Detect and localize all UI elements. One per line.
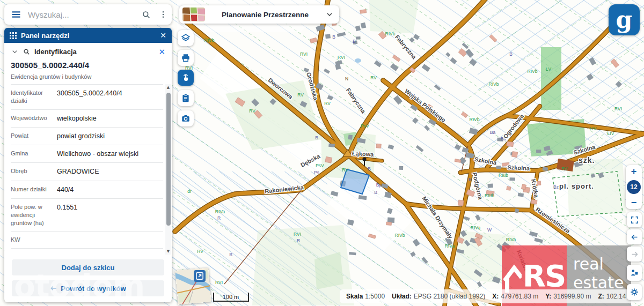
- attribute-value: [57, 236, 163, 244]
- attribute-label: Gmina: [11, 150, 57, 158]
- status-x: X:479761.83 m: [492, 293, 538, 300]
- zoom-control: + 12 −: [626, 165, 642, 209]
- layers-tool-button[interactable]: [178, 30, 194, 46]
- street-label: Łąkowa: [352, 150, 375, 158]
- search-bar: [4, 4, 172, 25]
- history-forward-button[interactable]: [627, 247, 642, 262]
- scrollbar-thumb[interactable]: [166, 93, 171, 226]
- landuse-label: Bp: [376, 182, 382, 188]
- landuse-label: RIVb: [528, 69, 538, 74]
- landuse-label: RV: [249, 108, 255, 114]
- print-tool-button[interactable]: [178, 50, 194, 66]
- panel-header: Panel narzędzi ✕: [4, 28, 172, 43]
- attribute-value: powiat grodziski: [57, 132, 163, 140]
- landuse-label: B: [332, 34, 335, 40]
- attribute-value: 440/4: [57, 185, 163, 194]
- magnifier-icon: [23, 48, 31, 56]
- back-to-results-label: Powrót do wyników: [61, 285, 126, 293]
- panorama-button[interactable]: [627, 265, 642, 281]
- attribute-value: GRADOWICE: [57, 167, 163, 176]
- minimap[interactable]: [175, 267, 211, 304]
- landuse-label: RIIIb: [485, 193, 494, 198]
- arrow-right-icon: [630, 250, 639, 259]
- landuse-label: PsV: [316, 163, 324, 168]
- scroll-down-arrow[interactable]: ▼: [165, 249, 171, 253]
- landuse-label: RV: [297, 92, 304, 98]
- scale-bar-label: 100 m: [223, 294, 239, 300]
- attribute-row: Identyfikator działki300505_5.0002.440/4: [11, 84, 163, 109]
- zoom-in-button[interactable]: +: [631, 167, 637, 176]
- landuse-label: Bz: [553, 184, 559, 190]
- landuse-label: B: [353, 39, 356, 44]
- minimap-expand-button[interactable]: [194, 270, 206, 282]
- attribute-row: Województwowielkopolskie: [11, 109, 163, 127]
- landuse-label: B: [229, 252, 232, 257]
- history-back-button[interactable]: [627, 229, 642, 244]
- camera-icon: [181, 114, 191, 123]
- panel-scrollbar[interactable]: ▲ ▼: [165, 84, 171, 255]
- settings-button[interactable]: [627, 284, 642, 300]
- landuse-label: ŁV: [546, 66, 552, 72]
- layer-dropdown-label: Planowanie Przestrzenne: [209, 11, 321, 19]
- geoportal-logo-button[interactable]: g: [609, 4, 640, 35]
- menu-button[interactable]: [10, 8, 23, 21]
- landuse-label: RIVa: [471, 225, 481, 230]
- identify-close-button[interactable]: ✕: [158, 48, 165, 56]
- zoom-out-button[interactable]: −: [631, 198, 637, 207]
- printer-icon: [181, 53, 191, 63]
- fullscreen-button[interactable]: [627, 212, 642, 227]
- landuse-label: N: [345, 76, 348, 81]
- landuse-label: RIVb: [395, 233, 405, 238]
- identify-section-header: Identyfikacja ✕: [4, 43, 172, 59]
- landuse-label: B: [469, 177, 472, 182]
- layer-dropdown[interactable]: Planowanie Przestrzenne: [179, 5, 339, 24]
- landuse-label: RVI: [614, 106, 622, 111]
- touch-pointer-icon: [181, 73, 191, 83]
- landuse-label: Ps: [314, 170, 319, 175]
- landuse-label: RVI: [338, 55, 345, 60]
- landuse-label: PsV: [361, 123, 369, 129]
- attribute-label: Pole pow. w ewidencji gruntów (ha): [11, 203, 57, 227]
- landuse-label: R: [217, 215, 221, 221]
- kebab-menu-icon: [159, 10, 167, 19]
- attribute-label: Numer działki: [11, 185, 57, 194]
- map-scale-bar: 100 m: [213, 291, 250, 303]
- report-tool-button[interactable]: [178, 90, 194, 106]
- search-icon: [141, 10, 151, 20]
- panorama-person-icon: [630, 268, 639, 278]
- screenshot-tool-button[interactable]: [178, 110, 194, 126]
- attribute-row: Powiatpowiat grodziski: [11, 127, 163, 145]
- attribute-label: Grupa rejestrowa: [11, 253, 57, 255]
- layers-icon: [181, 33, 191, 43]
- more-options-button[interactable]: [158, 9, 169, 20]
- identify-tool-button[interactable]: [178, 70, 194, 86]
- layer-thumbnail: [182, 8, 205, 21]
- search-button[interactable]: [140, 9, 152, 21]
- landuse-label: dr: [187, 189, 192, 194]
- status-scale: Skala1:5000: [346, 293, 385, 300]
- attribute-value: 300505_5.0002.440/4: [57, 89, 163, 105]
- hamburger-icon: [11, 9, 21, 20]
- landuse-label: ŁIV: [590, 126, 597, 131]
- attribute-label: Województwo: [11, 114, 57, 123]
- panel-close-button[interactable]: ✕: [160, 32, 166, 39]
- back-to-results-button[interactable]: Powrót do wyników: [12, 280, 164, 296]
- landuse-label: RIVa: [445, 243, 455, 249]
- identify-section-title: Identyfikacja: [34, 48, 155, 56]
- search-input[interactable]: [28, 10, 135, 19]
- add-to-sketch-button[interactable]: Dodaj do szkicu: [12, 259, 164, 275]
- street-label: Szkolna: [507, 164, 530, 171]
- landuse-label: RIVb: [470, 117, 480, 122]
- scroll-up-arrow[interactable]: ▲: [165, 85, 171, 89]
- attributes-scroll-area: Identyfikator działki300505_5.0002.440/4…: [4, 84, 172, 255]
- attribute-row: Pole pow. w ewidencji gruntów (ha)0.1551: [11, 198, 163, 232]
- landuse-label: RV: [324, 101, 331, 106]
- collapse-chevron-icon[interactable]: [11, 48, 19, 56]
- fullscreen-icon: [630, 215, 639, 225]
- status-y: Y:316999.90 m: [545, 293, 591, 300]
- app-window: RVIRIVbRVRVIRVIRIVbRVRVPsVPsRVRIVaRRVRVI…: [0, 0, 644, 306]
- landuse-label: RV: [342, 167, 348, 173]
- gear-icon: [630, 287, 639, 297]
- landuse-label: RV: [197, 249, 203, 254]
- attribute-label: Identyfikator działki: [11, 89, 57, 105]
